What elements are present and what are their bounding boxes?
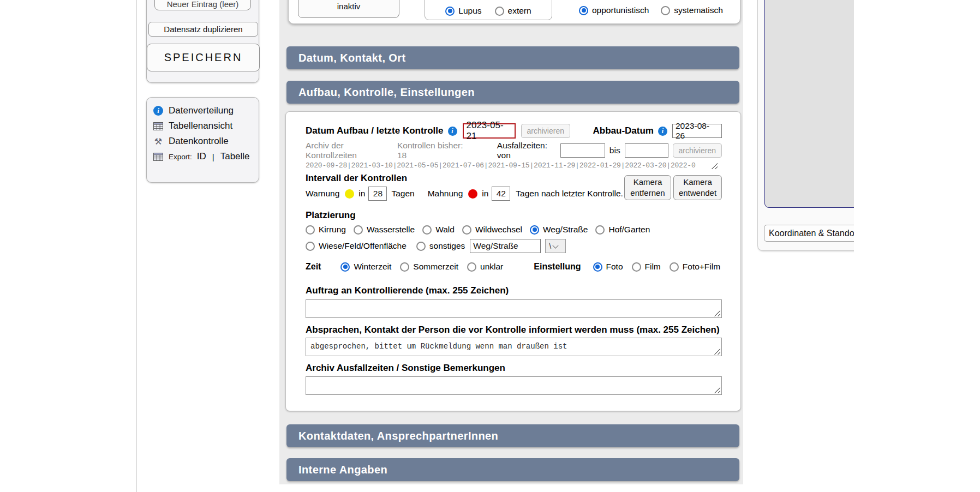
archive-notes-label-row: Archiv Ausfallzeiten / Sonstige Bemerkun… xyxy=(306,363,722,374)
info-icon[interactable] xyxy=(658,127,667,136)
radio-label: Weg/Straße xyxy=(543,225,588,235)
time-setting-row: Zeit WinterzeitSommerzeitunklar Einstell… xyxy=(306,260,722,273)
section-header-kontaktdaten[interactable]: Kontaktdaten, AnsprechpartnerInnen xyxy=(286,424,739,447)
placement-options-row-2: Wiese/Feld/Offenflächesonstiges Weg/Stra… xyxy=(306,238,722,254)
radio-unklar[interactable]: unklar xyxy=(467,262,503,272)
sidebar-menu-card: DatenverteilungTabellenansichtDatenkontr… xyxy=(146,97,259,183)
info-icon xyxy=(153,106,164,116)
radio-lupus[interactable]: Lupus xyxy=(445,6,481,16)
sidebar-menu-list: DatenverteilungTabellenansichtDatenkontr… xyxy=(147,103,259,164)
radio-label: Kirrung xyxy=(319,225,346,235)
radio-film[interactable]: Film xyxy=(632,262,661,272)
archive-notes-label: Archiv Ausfallzeiten / Sonstige Bemerkun… xyxy=(306,363,505,374)
downtime-from-input[interactable] xyxy=(560,143,605,158)
setting-group-label: Einstellung xyxy=(534,262,581,272)
archive-notes-textarea[interactable] xyxy=(306,376,722,395)
radio-opportunistisch[interactable]: opportunistisch xyxy=(579,5,649,15)
radio-winterzeit[interactable]: Winterzeit xyxy=(340,262,391,272)
downtime-from-label: Ausfallzeiten: von xyxy=(497,141,556,160)
export-link-tabelle[interactable]: Tabelle xyxy=(220,151,250,162)
control-dates-list[interactable]: 2020-09-28|2021-03-10|2021-05-05|2021-07… xyxy=(306,161,696,170)
radio-wasserstelle[interactable]: Wasserstelle xyxy=(354,225,415,235)
radio-systematisch[interactable]: systematisch xyxy=(661,5,723,15)
radio-button-icon xyxy=(579,6,588,15)
placement-options-row-1: KirrungWasserstelleWaldWildwechselWeg/St… xyxy=(306,223,722,236)
sidebar-item-tabellenansicht[interactable]: Tabellenansicht xyxy=(147,118,259,134)
warning-days-input[interactable]: 28 xyxy=(368,187,387,201)
placement-other-input[interactable]: Weg/Straße xyxy=(470,239,541,253)
resize-grip-icon[interactable] xyxy=(713,347,720,355)
reminder-dot-icon xyxy=(468,189,477,199)
radio-hof-garten[interactable]: Hof/Garten xyxy=(595,225,650,235)
camera-remove-button[interactable]: Kamera entfernen xyxy=(624,175,671,200)
interval-heading: Intervall der Kontrollen xyxy=(306,173,407,184)
radio-wiese-feld-offenfl-che[interactable]: Wiese/Feld/Offenfläche xyxy=(306,241,407,251)
radio-extern[interactable]: extern xyxy=(495,6,531,16)
section-header-aufbau-kontrolle[interactable]: Aufbau, Kontrolle, Einstellungen xyxy=(286,81,739,104)
separator: | xyxy=(212,152,214,161)
reminder-days-input[interactable]: 42 xyxy=(492,187,510,201)
agreement-textarea[interactable]: abgesprochen, bittet um Rückmeldung wenn… xyxy=(306,338,722,356)
placement-select[interactable]: \ xyxy=(545,239,566,253)
radio-button-icon xyxy=(593,262,602,272)
radio-sommerzeit[interactable]: Sommerzeit xyxy=(400,262,458,272)
radio-button-icon xyxy=(354,225,363,235)
teardown-date-input[interactable]: 2023-08-26 xyxy=(672,124,722,138)
right-panel-card xyxy=(757,0,854,251)
radio-weg-stra-e[interactable]: Weg/Straße xyxy=(530,225,588,235)
info-icon[interactable] xyxy=(448,127,457,136)
radio-foto-film[interactable]: Foto+Film xyxy=(670,262,720,272)
radio-foto[interactable]: Foto xyxy=(593,262,623,272)
coordinates-button[interactable]: Koordinaten & Standorte xyxy=(764,225,854,242)
days-after-label: Tagen nach letzter Kontrolle. xyxy=(516,189,623,199)
agreement-label: Absprachen, Kontakt der Person die vor K… xyxy=(306,325,720,335)
right-panel-clip: Koordinaten & Standorte xyxy=(757,0,854,262)
inactive-button[interactable]: inaktiv xyxy=(298,0,399,18)
camera-stolen-button[interactable]: Kamera entwendet xyxy=(673,175,722,200)
radio-button-icon xyxy=(530,225,539,235)
radio-label: extern xyxy=(508,6,531,16)
control-dates-row: 2020-09-28|2021-03-10|2021-05-05|2021-07… xyxy=(306,160,722,171)
radio-label: Winterzeit xyxy=(354,262,391,272)
placement-radio-group-2: Wiese/Feld/Offenflächesonstiges xyxy=(306,241,465,251)
radio-kirrung[interactable]: Kirrung xyxy=(306,225,346,235)
radio-button-icon xyxy=(595,225,605,235)
aufbau-form-card: Datum Aufbau / letzte Kontrolle 2023-05-… xyxy=(285,111,741,411)
section-header-interne-angaben[interactable]: Interne Angaben xyxy=(286,458,739,481)
radio-button-icon xyxy=(306,242,315,251)
export-link-id[interactable]: ID xyxy=(197,151,206,162)
export-prefix-label: Export: xyxy=(169,153,192,161)
radio-label: Lupus xyxy=(458,6,481,16)
reminder-label: Mahnung xyxy=(428,189,463,199)
save-button[interactable]: SPEICHERN xyxy=(147,44,260,71)
sidebar-item-datenkontrolle[interactable]: Datenkontrolle xyxy=(147,134,259,149)
archive-date-button[interactable]: archivieren xyxy=(521,124,570,138)
radio-wald[interactable]: Wald xyxy=(422,225,455,235)
control-archive-link[interactable]: Archiv der Kontrollzeiten xyxy=(306,141,387,160)
radio-label: Foto xyxy=(606,262,623,272)
days-label: Tagen xyxy=(391,189,414,199)
radio-label: Wald xyxy=(435,225,455,235)
downtime-to-input[interactable] xyxy=(625,143,668,158)
radio-label: systematisch xyxy=(674,5,723,15)
resize-grip-icon[interactable] xyxy=(713,386,720,393)
setting-radio-group: FotoFilmFoto+Film xyxy=(593,262,721,272)
task-textarea[interactable] xyxy=(306,299,722,318)
section-header-datum-kontakt-ort[interactable]: Datum, Kontakt, Ort xyxy=(286,46,739,69)
archive-downtime-button[interactable]: archivieren xyxy=(673,143,722,158)
in-label: in xyxy=(482,189,488,199)
new-entry-button[interactable]: Neuer Eintrag (leer) xyxy=(154,0,251,10)
sidebar-item-datenverteilung[interactable]: Datenverteilung xyxy=(147,103,259,118)
duplicate-record-button[interactable]: Datensatz duplizieren xyxy=(148,22,258,37)
downtime-to-label: bis xyxy=(609,146,620,155)
radio-sonstiges[interactable]: sonstiges xyxy=(416,241,465,251)
radio-button-icon xyxy=(632,262,641,272)
radio-wildwechsel[interactable]: Wildwechsel xyxy=(462,225,522,235)
setup-date-input[interactable]: 2023-05-21 xyxy=(463,123,516,139)
placement-heading: Platzierung xyxy=(306,210,356,221)
table-icon xyxy=(153,122,164,130)
sidebar-item-export[interactable]: Export: ID | Tabelle xyxy=(147,149,259,164)
chevron-down-icon xyxy=(553,242,559,248)
resize-grip-icon[interactable] xyxy=(713,309,720,316)
radio-label: sonstiges xyxy=(429,241,465,251)
